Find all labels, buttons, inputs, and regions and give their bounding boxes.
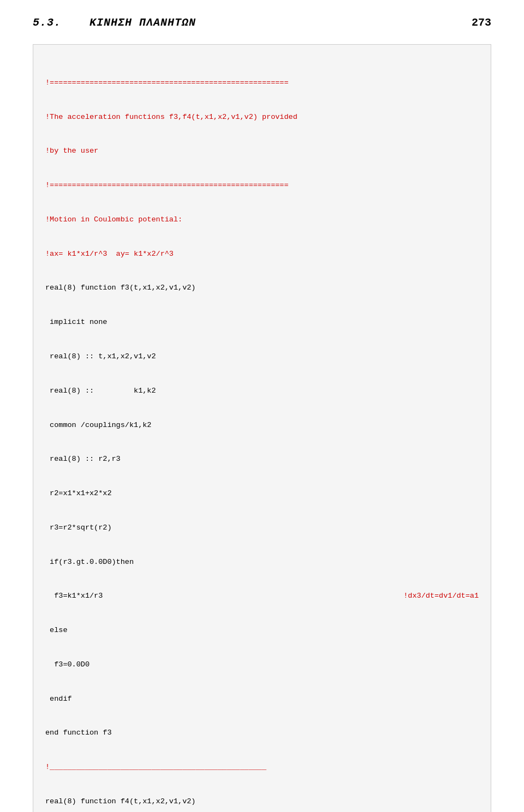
code-line-20: end function f3 [45,727,479,739]
code-line-8: implicit none [45,317,479,328]
code-line-sep1: !_______________________________________… [45,762,479,773]
code-line-12: real(8) :: r2,r3 [45,454,479,465]
code-line-13: r2=x1*x1+x2*x2 [45,488,479,500]
code-line-5: !Motion in Coulombic potential: [45,214,479,226]
code-line-11: common /couplings/k1,k2 [45,420,479,431]
page: 5.3. ΚΙΝΗΣΗ ΠΛΑΝΗΤΩΝ 273 !==============… [0,0,524,812]
code-block: !=======================================… [33,44,491,812]
code-line-10: real(8) :: k1,k2 [45,386,479,397]
code-line-9: real(8) :: t,x1,x2,v1,v2 [45,351,479,363]
code-line-1: !=======================================… [45,77,479,89]
code-line-19: endif [45,694,479,705]
code-line-3: !by the user [45,146,479,157]
code-line-14: r3=r2*sqrt(r2) [45,522,479,534]
page-header: 5.3. ΚΙΝΗΣΗ ΠΛΑΝΗΤΩΝ 273 [33,16,491,29]
code-line-17: else [45,625,479,636]
code-line-4: !=======================================… [45,180,479,191]
code-line-18: f3=0.0D0 [45,659,479,671]
chapter-title: 5.3. ΚΙΝΗΣΗ ΠΛΑΝΗΤΩΝ [33,16,196,29]
page-number: 273 [472,16,491,29]
chapter-number: 5.3. [33,16,61,29]
code-line-2: !The acceleration functions f3,f4(t,x1,x… [45,112,479,123]
code-line-15: if(r3.gt.0.0D0)then [45,557,479,568]
code-line-16: f3=k1*x1/r3 !dx3/dt=dv1/dt=a1 [45,591,479,602]
code-line-6: !ax= k1*x1/r^3 ay= k1*x2/r^3 [45,249,479,260]
code-line-7: real(8) function f3(t,x1,x2,v1,v2) [45,282,479,294]
code-line-21: real(8) function f4(t,x1,x2,v1,v2) [45,796,479,808]
chapter-name: ΚΙΝΗΣΗ ΠΛΑΝΗΤΩΝ [90,16,196,29]
